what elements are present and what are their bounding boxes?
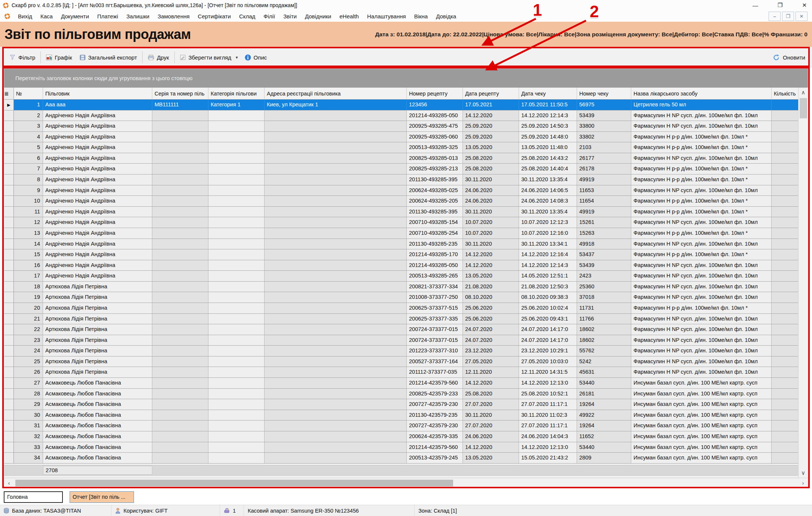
- cell-quantity[interactable]: [772, 378, 798, 388]
- cell-recipe-date[interactable]: 25.08.2020: [463, 164, 519, 174]
- table-row[interactable]: ▶ 8 Андріченко Надія Андріївна 201130-49…: [4, 174, 798, 185]
- cell-beneficiary[interactable]: Андріченко Надія Андріївна: [43, 217, 152, 228]
- table-row[interactable]: ▶ 13 Андріченко Надія Андріївна 200710-4…: [4, 228, 798, 239]
- horizontal-scroll-thumb[interactable]: [15, 480, 453, 486]
- cell-beneficiary[interactable]: Асмаковець Любов Панасівна: [43, 399, 152, 410]
- cell-series[interactable]: [152, 335, 208, 346]
- cell-category[interactable]: [208, 431, 265, 442]
- cell-category[interactable]: [208, 421, 265, 431]
- cell-check-no[interactable]: 19264: [577, 399, 631, 410]
- cell-recipe-no[interactable]: 200624-493285-205: [407, 196, 463, 206]
- cell-recipe-no[interactable]: 200724-373377-015: [407, 335, 463, 346]
- cell-drug[interactable]: Фармасулин Н р-р д/ин. 100ме/мл фл. 10мл…: [631, 249, 772, 260]
- cell-check-no[interactable]: 5242: [577, 356, 631, 367]
- cell-recipe-date[interactable]: 24.06.2020: [463, 196, 519, 206]
- cell-check-no[interactable]: 26177: [577, 153, 631, 164]
- cell-drug[interactable]: Фармасулин Н NP сусп. д/ин. 100ме/мл фл.…: [631, 324, 772, 335]
- cell-beneficiary[interactable]: Андріченко Надія Андріївна: [43, 174, 152, 185]
- cell-recipe-date[interactable]: 25.08.2020: [463, 389, 519, 399]
- cell-series[interactable]: [152, 303, 208, 313]
- cell-check-date[interactable]: 10.07.2020 12:12:3: [519, 217, 577, 228]
- cell-category[interactable]: [208, 410, 265, 421]
- mdi-close-icon[interactable]: ✕: [796, 12, 808, 21]
- cell-quantity[interactable]: [772, 335, 798, 346]
- cell-check-no[interactable]: 49918: [577, 239, 631, 249]
- cell-num[interactable]: 4: [14, 132, 43, 142]
- filter-button[interactable]: Фільтр: [6, 52, 39, 63]
- cell-address[interactable]: Киев, ул Крещатик 1: [265, 100, 407, 110]
- cell-recipe-no[interactable]: 200710-493285-154: [407, 217, 463, 228]
- group-by-bar[interactable]: Перетягніть заголовок колонки сюди для у…: [4, 69, 808, 88]
- cell-check-date[interactable]: 15.05.2020 21:43:2: [519, 453, 577, 463]
- cell-category[interactable]: [208, 378, 265, 388]
- cell-category[interactable]: [208, 292, 265, 303]
- cell-recipe-no[interactable]: 200727-423579-230: [407, 421, 463, 431]
- cell-drug[interactable]: Фармасулин Н NP сусп. д/ин. 100ме/мл фл.…: [631, 260, 772, 271]
- cell-beneficiary[interactable]: Артюхова Лідія Петрівна: [43, 282, 152, 292]
- cell-check-date[interactable]: 14.12.2020 12:14:3: [519, 260, 577, 271]
- cell-series[interactable]: [152, 185, 208, 196]
- cell-check-date[interactable]: 25.08.2020 10:52:1: [519, 389, 577, 399]
- cell-series[interactable]: [152, 378, 208, 388]
- cell-beneficiary[interactable]: Андріченко Надія Андріївна: [43, 110, 152, 121]
- cell-recipe-date[interactable]: 08.10.2020: [463, 292, 519, 303]
- cell-category[interactable]: [208, 314, 265, 324]
- table-row[interactable]: ▶ 12 Андріченко Надія Андріївна 200710-4…: [4, 217, 798, 228]
- cell-drug[interactable]: Фармасулин Н NP сусп. д/ин. 100ме/мл фл.…: [631, 356, 772, 367]
- cell-check-no[interactable]: 45631: [577, 367, 631, 377]
- table-row[interactable]: ▶ 26 Артюхова Лідія Петрівна 201112-3733…: [4, 367, 798, 378]
- tab-report-active[interactable]: Отчет [Звіт по піль ...: [70, 491, 134, 503]
- table-row[interactable]: ▶ 18 Артюхова Лідія Петрівна 200821-3733…: [4, 282, 798, 292]
- table-row[interactable]: ▶ 22 Артюхова Лідія Петрівна 200724-3733…: [4, 324, 798, 335]
- cell-address[interactable]: [265, 196, 407, 206]
- cell-address[interactable]: [265, 324, 407, 335]
- cell-quantity[interactable]: [772, 399, 798, 410]
- cell-num[interactable]: 22: [14, 324, 43, 335]
- table-row[interactable]: ▶ 32 Асмаковець Любов Панасівна 200624-4…: [4, 431, 798, 442]
- menu-item[interactable]: Сертифікати: [194, 12, 235, 21]
- cell-quantity[interactable]: [772, 100, 798, 110]
- cell-category[interactable]: [208, 335, 265, 346]
- cell-category[interactable]: [208, 356, 265, 367]
- cell-drug[interactable]: Инсуман базал сусп. д/ин. 100 МЕ/мл карт…: [631, 442, 772, 453]
- cell-beneficiary[interactable]: Артюхова Лідія Петрівна: [43, 303, 152, 313]
- cell-drug[interactable]: Фармасулин Н NP сусп. д/ин. 100ме/мл фл.…: [631, 271, 772, 281]
- cell-category[interactable]: [208, 324, 265, 335]
- cell-beneficiary[interactable]: Асмаковець Любов Панасівна: [43, 389, 152, 399]
- cell-address[interactable]: [265, 314, 407, 324]
- cell-recipe-no[interactable]: 200925-493285-060: [407, 132, 463, 142]
- cell-address[interactable]: [265, 335, 407, 346]
- cell-category[interactable]: [208, 121, 265, 131]
- cell-series[interactable]: [152, 174, 208, 185]
- cell-category[interactable]: [208, 110, 265, 121]
- cell-recipe-no[interactable]: 200727-423579-230: [407, 399, 463, 410]
- cell-check-date[interactable]: 24.06.2020 14:08:3: [519, 196, 577, 206]
- tab-home[interactable]: Головна: [4, 491, 63, 503]
- column-header-recipe-no[interactable]: Номер рецепту: [407, 88, 463, 99]
- menu-item[interactable]: Документи: [57, 12, 93, 21]
- save-view-button[interactable]: Зберегти вигляд: [176, 52, 235, 63]
- table-row[interactable]: ▶ 4 Андріченко Надія Андріївна 200925-49…: [4, 132, 798, 143]
- cell-series[interactable]: [152, 164, 208, 174]
- table-row[interactable]: ▶ 14 Андріченко Надія Андріївна 201130-4…: [4, 239, 798, 250]
- cell-quantity[interactable]: [772, 142, 798, 153]
- column-header-drug[interactable]: Назва лікарського засобу: [631, 88, 772, 99]
- cell-drug[interactable]: Фармасулин Н р-р д/ин. 100ме/мл фл. 10мл…: [631, 196, 772, 206]
- cell-category[interactable]: [208, 260, 265, 271]
- cell-check-date[interactable]: 24.07.2020 14:17:0: [519, 335, 577, 346]
- cell-beneficiary[interactable]: Андріченко Надія Андріївна: [43, 207, 152, 217]
- cell-drug[interactable]: Фармасулин Н NP сусп. д/ин. 100ме/мл фл.…: [631, 239, 772, 249]
- cell-recipe-no[interactable]: 200624-493285-025: [407, 185, 463, 196]
- cell-quantity[interactable]: [772, 442, 798, 453]
- cell-address[interactable]: [265, 271, 407, 281]
- cell-beneficiary[interactable]: Артюхова Лідія Петрівна: [43, 346, 152, 356]
- cell-recipe-no[interactable]: 200821-373377-334: [407, 282, 463, 292]
- table-row[interactable]: ▶ 25 Артюхова Лідія Петрівна 200527-3733…: [4, 356, 798, 367]
- cell-check-no[interactable]: 33800: [577, 121, 631, 131]
- cell-check-no[interactable]: 15263: [577, 228, 631, 239]
- cell-num[interactable]: 32: [14, 431, 43, 442]
- cell-recipe-date[interactable]: 24.06.2020: [463, 431, 519, 442]
- cell-series[interactable]: МВ111111: [152, 100, 208, 110]
- table-row[interactable]: ▶ 6 Андріченко Надія Андріївна 200825-49…: [4, 153, 798, 164]
- cell-check-date[interactable]: 30.11.2020 13:35:4: [519, 174, 577, 185]
